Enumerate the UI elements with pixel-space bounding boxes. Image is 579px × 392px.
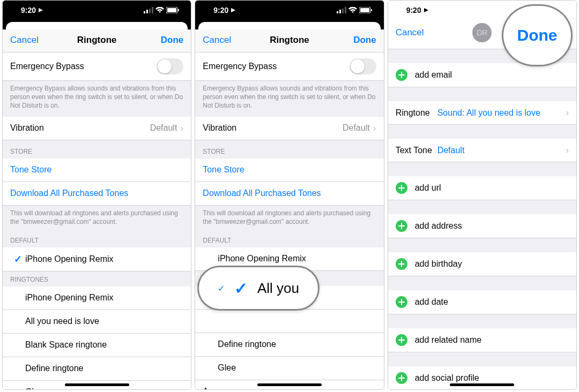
add-icon: [396, 69, 407, 81]
svg-rect-1: [146, 10, 148, 13]
svg-rect-12: [360, 8, 369, 12]
callout-done: Done: [502, 4, 573, 66]
phone-ringtone-default: 9:20 Cancel Ringtone Done Emergency Bypa…: [2, 0, 191, 390]
ringtone-row[interactable]: [195, 310, 383, 333]
add-icon: [396, 334, 407, 346]
vibration-row[interactable]: Vibration Default ›: [3, 117, 191, 140]
add-address-row[interactable]: add address: [388, 214, 576, 238]
ringtones-header: RINGTONES: [3, 272, 191, 287]
svg-rect-2: [149, 9, 151, 13]
status-time: 9:20: [406, 6, 429, 14]
checkmark-icon: ✓: [14, 253, 22, 265]
status-icons: [144, 7, 179, 13]
add-related-row[interactable]: add related name: [388, 328, 576, 352]
status-bar: 9:20: [3, 1, 191, 18]
contact-avatar[interactable]: DR: [472, 23, 492, 42]
svg-rect-3: [152, 7, 153, 13]
store-footer: This will download all ringtones and ale…: [3, 206, 191, 232]
status-time: 9:20: [213, 6, 236, 14]
ringtone-row[interactable]: Blank Space ringtone: [3, 334, 191, 357]
add-birthday-row[interactable]: add birthday: [388, 252, 576, 276]
ringtone-row[interactable]: All you need is love: [3, 310, 191, 334]
add-email-row[interactable]: add email: [388, 63, 576, 87]
chevron-right-icon: ›: [180, 123, 183, 134]
svg-rect-5: [167, 8, 176, 12]
done-button[interactable]: Done: [151, 35, 183, 46]
store-header: STORE: [195, 140, 383, 159]
add-social-row[interactable]: add social profile: [388, 366, 576, 390]
ringtone-row[interactable]: Define ringtone: [3, 357, 191, 381]
checkmark-icon: ✓: [234, 279, 248, 298]
store-footer: This will download all ringtones and ale…: [195, 206, 383, 232]
home-indicator: [257, 383, 322, 386]
ringtone-row[interactable]: iPhone Opening Remix: [3, 287, 191, 310]
add-icon: [396, 372, 407, 384]
add-url-row[interactable]: add url: [388, 176, 576, 200]
download-tones-row[interactable]: Download All Purchased Tones: [3, 182, 191, 206]
ringtone-row[interactable]: Ringtone Sound: All you need is love ›: [388, 101, 576, 125]
status-time: 9:20: [21, 6, 43, 14]
add-icon: [396, 220, 407, 232]
cancel-button[interactable]: Cancel: [203, 35, 235, 46]
emergency-bypass-row[interactable]: Emergency Bypass: [195, 52, 383, 81]
svg-rect-10: [345, 7, 346, 13]
texttone-row[interactable]: Text Tone Default ›: [388, 139, 576, 162]
emergency-bypass-row[interactable]: Emergency Bypass: [3, 52, 191, 81]
svg-rect-0: [144, 11, 145, 13]
nav-bar: Cancel Ringtone Done: [3, 29, 191, 52]
status-bar: 9:20: [195, 1, 383, 18]
vibration-row[interactable]: Vibration Default ›: [195, 117, 383, 140]
checkmark-icon: ✓: [218, 283, 225, 293]
store-header: STORE: [3, 140, 191, 159]
svg-rect-8: [339, 10, 341, 13]
nav-bar: Cancel Ringtone Done: [195, 29, 383, 52]
emergency-bypass-label: Emergency Bypass: [10, 62, 157, 71]
svg-rect-6: [178, 9, 179, 11]
toggle-off[interactable]: [157, 58, 183, 74]
add-date-row[interactable]: add date: [388, 290, 576, 314]
home-indicator: [65, 383, 129, 386]
toggle-off[interactable]: [350, 58, 376, 74]
ringtone-row[interactable]: Glee: [195, 357, 383, 380]
default-header: DEFAULT: [195, 232, 383, 247]
done-button[interactable]: Done: [344, 35, 376, 46]
add-icon: [396, 182, 407, 194]
chevron-right-icon: ›: [373, 123, 376, 134]
add-icon: [396, 296, 407, 308]
tone-store-row[interactable]: Tone Store: [3, 159, 191, 182]
cancel-button[interactable]: Cancel: [396, 27, 428, 38]
ringtone-row[interactable]: Define ringtone: [195, 333, 383, 357]
download-tones-row[interactable]: Download All Purchased Tones: [195, 182, 383, 206]
bypass-footer: Emergency Bypass allows sounds and vibra…: [3, 81, 191, 117]
default-header: DEFAULT: [3, 232, 191, 247]
callout-selected-ringtone: ✓ ✓ All you: [197, 266, 320, 311]
nav-title: Ringtone: [235, 35, 344, 46]
tone-store-row[interactable]: Tone Store: [195, 159, 383, 182]
cancel-button[interactable]: Cancel: [10, 35, 42, 46]
svg-rect-9: [342, 9, 344, 13]
svg-rect-7: [337, 11, 338, 13]
home-indicator: [450, 383, 514, 386]
default-ringtone-row[interactable]: ✓ iPhone Opening Remix: [3, 247, 191, 272]
nav-title: Ringtone: [42, 35, 151, 46]
chevron-right-icon: ›: [566, 145, 569, 156]
phone-ringtone-selected: 9:20 Cancel Ringtone Done Emergency Bypa…: [195, 0, 384, 390]
chevron-right-icon: ›: [566, 107, 569, 118]
bypass-footer: Emergency Bypass allows sounds and vibra…: [195, 81, 383, 117]
svg-rect-13: [371, 9, 372, 11]
add-icon: [396, 258, 407, 270]
status-icons: [337, 7, 372, 13]
